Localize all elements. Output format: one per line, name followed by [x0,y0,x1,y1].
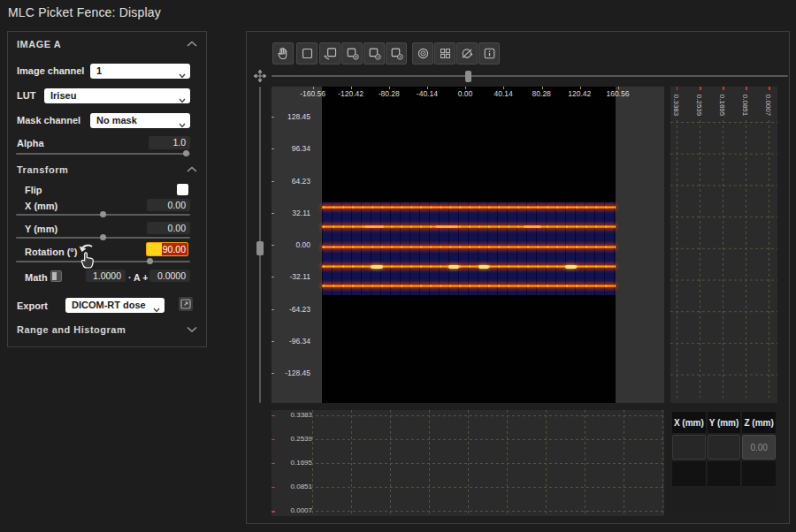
slider-knob[interactable] [183,150,189,156]
profile-axis-labels: 0.33830.25390.16950.08510.0007 [672,90,773,120]
horizontal-pan-knob[interactable] [465,71,471,82]
slider-knob[interactable] [100,234,106,240]
rotate-cursor-icon [78,242,99,269]
move-tool-icon[interactable] [253,69,267,83]
x-axis-tick-label: 80.28 [523,89,561,98]
flip-label: Flip [25,185,42,195]
image-viewport[interactable]: -160.56-120.42-80.28-40.140.0040.1480.28… [272,87,664,403]
y-axis-tick-label: 32.11 [279,208,310,218]
x-axis-tick-label: -80.28 [370,89,408,98]
profile-tick-label: 0.2539 [280,435,312,444]
rotation-value[interactable]: 90.00 [146,242,188,256]
slider-track[interactable] [16,261,190,262]
table-cell [708,461,741,486]
x-axis-tick-label: -120.42 [332,89,370,98]
table-cell [742,488,776,511]
vertical-pan-slider[interactable] [259,87,261,403]
profile-tick-label: 0.1695 [280,459,312,467]
chevron-down-icon [179,118,186,124]
image-a-panel: IMAGE A Image channel 1 LUT Iriseu Mask … [7,31,207,347]
x-axis-tick-label: -40.14 [408,89,446,98]
rotation-slider[interactable] [16,257,190,265]
lut-label: LUT [17,90,35,101]
transform-header[interactable]: Transform [17,164,68,175]
x-axis-tick-label: 40.14 [485,89,523,98]
y-value[interactable]: 0.00 [147,222,190,234]
profile-tick-label: 0.0851 [280,483,312,491]
range-histogram-header[interactable]: Range and Histogram [17,324,126,335]
image-a-header[interactable]: IMAGE A [17,39,61,49]
image-channel-select[interactable]: 1 [90,64,190,79]
hot-spot [435,225,458,228]
y-axis-tick-label: -96.34 [279,336,310,346]
slider-track[interactable] [16,153,190,155]
viewer-toolbar [272,42,500,65]
horizontal-profile-plot[interactable]: 0.33830.25390.16950.08510.0007 [272,410,664,516]
x-slider[interactable] [16,210,190,218]
z-input-cell[interactable]: 0.00 [742,435,776,460]
export-button[interactable] [179,297,193,311]
collapse-image-a-icon[interactable] [187,41,197,48]
info-button[interactable] [478,42,500,65]
mask-channel-value: No mask [96,115,137,125]
math-operator: · A + [128,272,148,283]
x-axis-tick-label: 0.00 [446,89,484,98]
rotate-roi-button[interactable] [319,42,341,65]
collapse-transform-icon[interactable] [187,166,197,173]
x-value[interactable]: 0.00 [147,199,190,211]
horizontal-pan-slider[interactable] [272,75,788,77]
table-cell [708,488,741,511]
vertical-pan-knob[interactable] [256,241,264,255]
rectangle-roi-button[interactable] [296,42,318,65]
picket-fence-image[interactable] [322,87,616,403]
math-toggle-icon[interactable] [50,270,62,282]
vertical-profile-plot[interactable]: 0.33830.25390.16950.08510.0007 [670,87,777,403]
slider-knob[interactable] [147,258,153,264]
expand-range-histogram-icon[interactable] [187,326,197,333]
flip-checkbox[interactable] [177,184,188,195]
center-target-button[interactable] [412,42,433,65]
profile-grid [670,120,777,399]
y-axis-tick-label: 128.45 [279,111,310,122]
hot-spot [371,265,383,269]
y-slider[interactable] [16,233,190,241]
rotation-label: Rotation (°) [25,247,77,257]
profile-tick-label: 0.0007 [754,101,784,110]
pan-hand-button[interactable] [272,42,294,65]
hot-spot [448,265,459,269]
hot-spot [565,265,577,269]
profile-tick-label: 0.0007 [280,506,312,515]
profile-axis-ticks [272,415,275,514]
chevron-down-icon [179,68,186,74]
y-input-cell[interactable] [708,435,741,460]
chevron-down-icon [153,302,160,308]
hot-spot [364,225,384,228]
hot-spot [524,225,541,228]
profile-grid [310,410,664,516]
chevron-down-icon [179,93,186,99]
math-b-value[interactable]: 0.0000 [149,270,190,282]
image-channel-value: 1 [96,65,102,76]
y-axis-tick-label: 0.00 [279,239,310,250]
table-cell [672,488,706,511]
subtract-roi-button[interactable] [364,42,385,65]
table-header-x: X (mm) [672,412,706,433]
export-select[interactable]: DICOM-RT dose [65,298,165,313]
y-axis-tick-label: 96.34 [279,143,310,154]
add-roi-button[interactable] [341,42,363,65]
grid-layout-button[interactable] [434,42,455,65]
hot-spot [478,265,489,269]
point-roi-button[interactable] [386,42,407,65]
y-axis-ticks [272,117,274,375]
math-a-value[interactable]: 1.0000 [86,270,126,282]
alpha-value[interactable]: 1.0 [149,136,190,149]
y-axis-tick-label: -128.45 [279,368,310,378]
table-cell [742,461,776,486]
mask-channel-select[interactable]: No mask [90,113,190,128]
coordinate-table: X (mm) Y (mm) Z (mm) 0.00 [670,410,777,516]
x-input-cell[interactable] [672,435,706,460]
lut-select[interactable]: Iriseu [44,88,190,103]
alpha-slider[interactable] [16,149,190,157]
slider-knob[interactable] [100,211,106,217]
toggle-overlay-button[interactable] [456,42,478,65]
